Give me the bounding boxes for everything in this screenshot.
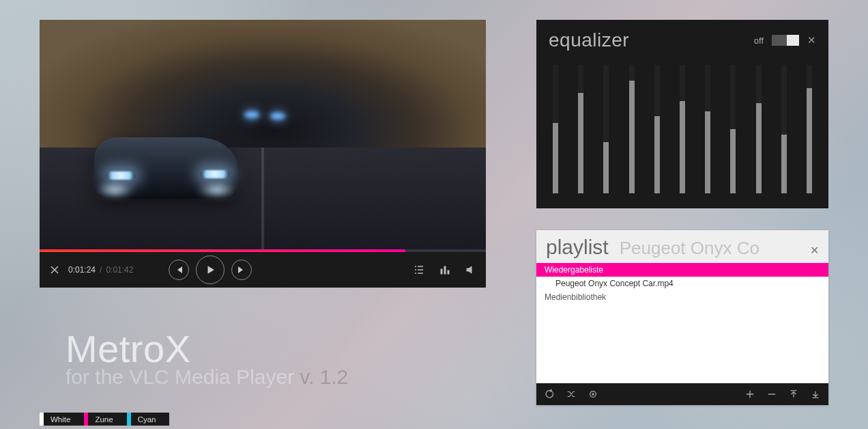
equalizer-state-label: off — [754, 36, 764, 46]
brand-version: v. 1.2 — [300, 365, 348, 388]
theme-option[interactable]: Cyan — [127, 413, 170, 426]
theme-label: Cyan — [138, 415, 156, 424]
svg-rect-0 — [441, 269, 442, 274]
playlist-title: playlist — [546, 236, 609, 259]
playlist-subtitle: Peugeot Onyx Co — [620, 238, 760, 259]
repeat-icon[interactable] — [545, 389, 554, 399]
equalizer-band-fill — [603, 142, 609, 193]
equalizer-band-fill — [654, 116, 660, 193]
timecode: 0:01:24 / 0:01:42 — [68, 265, 133, 275]
equalizer-panel: equalizer off ✕ — [536, 20, 828, 208]
equalizer-band[interactable] — [603, 65, 609, 193]
branding: MetroX for the VLC Media Playerv. 1.2 — [66, 327, 348, 389]
equalizer-bands — [549, 65, 816, 193]
equalizer-band[interactable] — [807, 65, 812, 193]
equalizer-band[interactable] — [730, 65, 736, 193]
svg-rect-1 — [444, 266, 446, 274]
brand-name: MetroX — [66, 327, 348, 371]
equalizer-title: equalizer — [549, 29, 629, 51]
current-time: 0:01:24 — [68, 265, 96, 275]
close-icon[interactable]: ✕ — [807, 34, 816, 46]
theme-picker: WhiteZuneCyan — [40, 413, 169, 426]
playlist-icon[interactable] — [414, 264, 424, 275]
duration: 0:01:42 — [106, 265, 133, 275]
equalizer-band-fill — [629, 81, 635, 193]
equalizer-band[interactable] — [654, 65, 660, 193]
list-item[interactable]: Wiedergabeliste — [536, 263, 828, 277]
video-frame-art — [94, 137, 237, 199]
equalizer-band-fill — [705, 111, 710, 193]
shuffle-icon[interactable] — [566, 389, 576, 399]
theme-swatch — [84, 413, 88, 426]
equalizer-band[interactable] — [578, 65, 583, 193]
list-item[interactable]: Peugeot Onyx Concept Car.mp4 — [536, 277, 828, 290]
theme-swatch — [127, 413, 131, 426]
theme-option[interactable]: Zune — [84, 413, 126, 426]
equalizer-band-fill — [553, 123, 558, 193]
list-item[interactable]: Medienbibliothek — [536, 290, 828, 304]
theme-option[interactable]: White — [40, 413, 84, 426]
equalizer-band[interactable] — [781, 65, 787, 193]
equalizer-band-fill — [781, 135, 787, 193]
brand-subtitle: for the VLC Media Playerv. 1.2 — [66, 365, 348, 389]
playlist-toolbar — [536, 383, 828, 405]
theme-swatch — [40, 413, 44, 426]
equalizer-band-fill — [680, 101, 685, 193]
svg-point-4 — [592, 393, 594, 396]
equalizer-band[interactable] — [553, 65, 558, 193]
video-frame-art — [270, 113, 285, 120]
equalizer-toggle[interactable] — [772, 35, 799, 46]
next-button[interactable] — [231, 260, 252, 280]
close-icon[interactable]: ✕ — [810, 244, 819, 257]
equalizer-icon[interactable] — [439, 264, 450, 275]
record-icon[interactable] — [588, 389, 598, 399]
equalizer-band-fill — [756, 103, 762, 193]
theme-label: Zune — [95, 415, 113, 424]
equalizer-band[interactable] — [680, 65, 685, 193]
add-icon[interactable] — [745, 389, 755, 399]
volume-icon[interactable] — [465, 264, 476, 275]
remove-icon[interactable] — [767, 389, 777, 399]
down-icon[interactable] — [811, 389, 820, 399]
time-separator: / — [100, 265, 102, 275]
video-frame-art — [244, 111, 259, 118]
equalizer-band[interactable] — [705, 65, 710, 193]
equalizer-band-fill — [578, 93, 583, 193]
equalizer-band-fill — [807, 88, 812, 193]
video-canvas[interactable] — [40, 20, 486, 252]
player-controls: 0:01:24 / 0:01:42 — [40, 252, 486, 288]
theme-label: White — [50, 415, 70, 424]
equalizer-band[interactable] — [756, 65, 762, 193]
close-icon[interactable] — [49, 264, 60, 275]
svg-rect-2 — [448, 271, 449, 274]
up-icon[interactable] — [789, 389, 798, 399]
equalizer-band[interactable] — [629, 65, 635, 193]
playlist-body: WiedergabelistePeugeot Onyx Concept Car.… — [536, 263, 828, 383]
play-button[interactable] — [196, 255, 225, 284]
playlist-panel: playlist Peugeot Onyx Co ✕ Wiedergabelis… — [536, 230, 828, 405]
video-player: 0:01:24 / 0:01:42 — [40, 20, 486, 288]
previous-button[interactable] — [169, 260, 189, 280]
equalizer-band-fill — [730, 129, 736, 193]
